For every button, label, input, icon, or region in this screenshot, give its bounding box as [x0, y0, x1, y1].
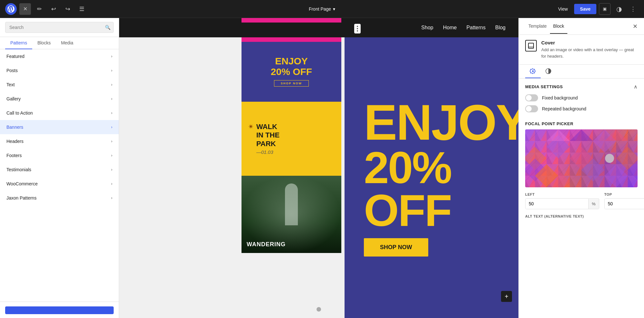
sidebar-item-label: Text: [6, 82, 15, 87]
waterfall-shape: [285, 183, 298, 225]
fixed-background-toggle[interactable]: [525, 94, 538, 101]
nav-home[interactable]: Home: [443, 25, 457, 31]
overflow-menu-button[interactable]: ⋮: [627, 3, 639, 15]
star-icon: ✴: [248, 123, 254, 131]
pink-bar-thumb: [242, 37, 341, 42]
topbar: ✕ ✏ ↩ ↪ ☰ Front Page ▾ View Save ▣ ◑ ⋮: [0, 0, 644, 18]
nav-blog[interactable]: Blog: [495, 25, 506, 31]
chevron-icon: ›: [111, 153, 112, 158]
sidebar-bottom-button[interactable]: [5, 306, 114, 314]
sidebar-item-label: Featured: [6, 54, 24, 59]
panel-block-info: Cover Add an image or video with a text …: [519, 35, 644, 65]
tab-patterns[interactable]: Patterns: [5, 37, 32, 49]
fixed-background-label: Fixed background: [542, 95, 578, 100]
sidebar-item-gallery[interactable]: Gallery ›: [0, 92, 119, 106]
panel-header: Template Block ✕: [519, 18, 644, 35]
add-block-button[interactable]: +: [501, 291, 512, 302]
sidebar-item-headers[interactable]: Headers ›: [0, 134, 119, 148]
half-circle-icon-button[interactable]: ◑: [613, 3, 625, 15]
nav-shop[interactable]: Shop: [421, 25, 433, 31]
sidebar-item-posts[interactable]: Posts ›: [0, 63, 119, 78]
top-coord-input[interactable]: [605, 199, 644, 209]
cover-block: ENJOY 20% OFF SHOP NOW: [345, 37, 518, 318]
undo-button[interactable]: ↩: [48, 3, 59, 15]
focal-point-image[interactable]: [525, 129, 638, 187]
thumbnail-banner-3: WANDERING: [242, 176, 341, 253]
block-info-text: Cover Add an image or video with a text …: [541, 40, 638, 59]
sidebar-item-text[interactable]: Text ›: [0, 78, 119, 92]
sidebar-item-banners[interactable]: Banners ›: [0, 120, 119, 134]
tab-blocks[interactable]: Blocks: [32, 37, 56, 49]
page-title-chevron: ▾: [333, 6, 335, 12]
thumb1-enjoy-text: ENJOY20% OFF: [271, 56, 312, 77]
page-preview: ENJOY20% OFF SHOP NOW ✴ WALKIN THEPARK —…: [119, 18, 518, 318]
panel-sub-tab-settings[interactable]: [525, 65, 541, 78]
repeated-background-toggle-row: Repeated background: [525, 105, 638, 112]
section-header: Media settings ∧: [525, 84, 638, 90]
sidebar-item-testimonials[interactable]: Testimonials ›: [0, 163, 119, 177]
panel-toggle-button[interactable]: ▣: [599, 3, 611, 15]
repeated-background-toggle[interactable]: [525, 105, 538, 112]
pink-bar: [242, 18, 341, 23]
panel-tab-block[interactable]: Block: [550, 19, 567, 34]
thumb2-walk-text: WALKIN THEPARK: [256, 123, 279, 148]
left-sidebar: 🔍 Patterns Blocks Media Featured › Posts…: [0, 18, 119, 318]
dot: [357, 28, 358, 29]
three-dots-menu[interactable]: [354, 24, 361, 33]
chevron-icon: ›: [111, 68, 112, 73]
panel-sub-tab-styles[interactable]: [541, 65, 556, 78]
sidebar-item-jaxon-patterns[interactable]: Jaxon Patterns ›: [0, 191, 119, 205]
section-collapse-button[interactable]: ∧: [634, 84, 638, 90]
right-panel: Template Block ✕ Cover Add an image or v…: [518, 18, 644, 318]
tabs-row: Patterns Blocks Media: [0, 37, 119, 49]
chevron-icon: ›: [111, 167, 112, 172]
cover-20off-text: 20% OFF: [364, 146, 499, 232]
close-button[interactable]: ✕: [19, 3, 31, 15]
left-coord-label: LEFT: [525, 192, 599, 196]
cover-enjoy-text: ENJOY: [364, 99, 518, 146]
sidebar-item-label: Posts: [6, 68, 18, 73]
canvas-inner: ENJOY20% OFF SHOP NOW ✴ WALKIN THEPARK —…: [119, 18, 518, 318]
sidebar-item-woocommerce[interactable]: WooCommerce ›: [0, 177, 119, 191]
thumb2-date-text: —01.03: [256, 149, 279, 155]
page-title-button[interactable]: Front Page ▾: [306, 5, 338, 14]
focal-point-handle[interactable]: [605, 154, 614, 163]
sidebar-item-label: Footers: [6, 153, 22, 158]
cover-shop-button[interactable]: SHOP NOW: [364, 238, 428, 257]
sidebar-item-call-to-action[interactable]: Call to Action ›: [0, 106, 119, 120]
chevron-icon: ›: [111, 97, 112, 101]
view-button[interactable]: View: [554, 5, 572, 14]
dot: [357, 26, 358, 27]
fixed-background-toggle-row: Fixed background: [525, 94, 638, 101]
sidebar-item-label: Gallery: [6, 96, 21, 101]
block-title: Cover: [541, 40, 638, 45]
search-bar: 🔍: [0, 18, 119, 37]
list-view-button[interactable]: ☰: [76, 3, 88, 15]
left-coord-input[interactable]: [526, 199, 588, 209]
sidebar-item-label: Testimonials: [6, 167, 31, 172]
edit-icon-button[interactable]: ✏: [33, 3, 45, 15]
coordinates-row: LEFT % TOP %: [519, 192, 644, 209]
redo-button[interactable]: ↪: [62, 3, 73, 15]
topbar-left: ✕ ✏ ↩ ↪ ☰: [5, 3, 215, 15]
panel-tab-template[interactable]: Template: [525, 19, 550, 34]
chevron-icon: ›: [111, 54, 112, 59]
chevron-icon: ›: [111, 139, 112, 144]
panel-close-button[interactable]: ✕: [633, 23, 638, 30]
sidebar-item-label: Headers: [6, 139, 24, 144]
save-button[interactable]: Save: [574, 4, 596, 14]
sidebar-item-featured[interactable]: Featured ›: [0, 49, 119, 63]
sidebar-item-footers[interactable]: Footers ›: [0, 148, 119, 163]
sidebar-item-label: Call to Action: [6, 110, 33, 116]
tab-media[interactable]: Media: [56, 37, 78, 49]
top-coord-label: TOP: [604, 192, 644, 196]
thumbnails-column: ENJOY20% OFF SHOP NOW ✴ WALKIN THEPARK —…: [242, 37, 341, 253]
search-input[interactable]: [5, 22, 114, 33]
thumb1-shop-button[interactable]: SHOP NOW: [274, 80, 309, 87]
thumb3-wandering-text: WANDERING: [247, 241, 286, 248]
chevron-icon: ›: [111, 82, 112, 87]
dot: [357, 30, 358, 32]
alt-text-section: ALT TEXT (ALTERNATIVE TEXT): [519, 214, 644, 225]
nav-patterns[interactable]: Patterns: [466, 25, 486, 31]
search-input-wrap: 🔍: [5, 22, 114, 33]
